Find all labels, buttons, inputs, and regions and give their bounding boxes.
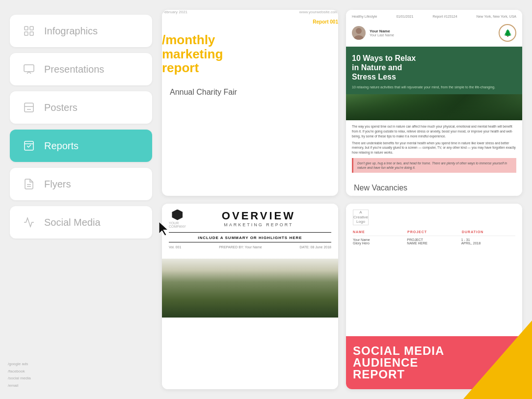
card1-report-label: Report 001: [313, 19, 338, 25]
card3-vol: Vol. 001: [169, 245, 181, 249]
card4-logo-box: ACreativeLogo: [353, 210, 369, 225]
card2-label: New Vacancies: [346, 177, 522, 196]
card1-title: /monthly marketing report: [162, 33, 338, 75]
card4-col-name: NAME: [353, 230, 406, 234]
card-monthly-marketing[interactable]: February 2021 www.yourwebsite.com YourLo…: [162, 10, 338, 196]
card1-preview: February 2021 www.yourwebsite.com YourLo…: [162, 10, 338, 81]
flyers-icon: [22, 177, 36, 191]
card3-include: INCLUDE A SUMMARY OR HIGHLIGHTS HERE: [169, 236, 331, 240]
card4-logo-area: ACreativeLogo: [353, 210, 515, 225]
card2-location: New York, New York, USA: [477, 15, 516, 18]
card2-header-section: Your Name Your Last Name 🌲: [346, 21, 522, 47]
infographics-icon: [22, 24, 36, 38]
card2-avatar: [352, 26, 366, 40]
card3-forest-image: [162, 259, 338, 318]
card-new-vacancies[interactable]: Healthy Lifestyle 01/01/2021 Report #123…: [346, 10, 522, 196]
card3-logo-area: YOURCOMPANY: [169, 210, 186, 228]
card3-prepared: PREPARED BY: Your Name: [219, 245, 262, 249]
card3-divider: [169, 232, 331, 233]
card3-date: DATE: 08 June 2018: [300, 245, 331, 249]
card3-yourlogo: YOURCOMPANY: [169, 221, 186, 228]
card2-tree-icon: 🌲: [499, 24, 516, 42]
card1-header: February 2021 www.yourwebsite.com: [162, 10, 338, 14]
sidebar-item-posters[interactable]: Posters: [10, 91, 152, 124]
card2-preview: Healthy Lifestyle 01/01/2021 Report #123…: [346, 10, 522, 177]
sidebar-item-reports[interactable]: Reports: [10, 130, 152, 162]
svg-rect-5: [25, 103, 33, 112]
social-media-icon: [22, 215, 36, 230]
sidebar-item-flyers-label: Flyers: [44, 179, 71, 190]
card2-reportnum: Report #123124: [432, 15, 457, 18]
card2-date: 01/01/2021: [396, 15, 413, 18]
card2-text2: There are undeniable benefits for your m…: [352, 141, 516, 155]
card3-inner: YOURCOMPANY OVERVIEW MARKETING REPORT IN…: [162, 204, 338, 259]
card2-top: Healthy Lifestyle 01/01/2021 Report #123…: [346, 10, 522, 21]
card3-divider2: [169, 242, 331, 242]
sidebar-item-presentations-label: Presentations: [44, 64, 104, 75]
card2-brand: Healthy Lifestyle: [352, 15, 377, 18]
reports-icon: [22, 138, 36, 153]
card1-label: Annual Charity Fair: [162, 81, 338, 104]
sidebar-item-flyers[interactable]: Flyers: [10, 168, 152, 200]
card2-green-title: 10 Ways to Relax in Nature and Stress Le…: [352, 53, 516, 82]
presentations-icon: [22, 62, 36, 77]
sidebar: Infographics Presentations Posters: [10, 10, 152, 389]
sidebar-item-infographics[interactable]: Infographics: [10, 15, 152, 47]
svg-point-12: [354, 35, 364, 40]
card2-text1: The way you spend time out in nature can…: [352, 124, 516, 138]
card4-duration-val: 1 - 31 APRIL, 2018: [461, 238, 515, 245]
svg-rect-1: [30, 27, 33, 30]
card4-col-duration: DURATION: [462, 230, 515, 234]
card4-name-row: Your Name Glory Hero PROJECT NAME HERE 1…: [353, 238, 515, 245]
card3-title-block: OVERVIEW MARKETING REPORT: [186, 210, 331, 227]
card3-meta-row: Vol. 001 PREPARED BY: Your Name DATE: 08…: [169, 245, 331, 249]
card4-project-val: PROJECT NAME HERE: [407, 238, 461, 245]
content-grid: February 2021 www.yourwebsite.com YourLo…: [162, 10, 522, 389]
card-overview[interactable]: YOURCOMPANY OVERVIEW MARKETING REPORT IN…: [162, 204, 338, 390]
svg-rect-0: [25, 27, 28, 30]
card1-date: February 2021: [162, 10, 187, 14]
card3-preview: YOURCOMPANY OVERVIEW MARKETING REPORT IN…: [162, 204, 338, 390]
card2-text-section: The way you spend time out in nature can…: [346, 120, 522, 177]
main-container: Infographics Presentations Posters: [0, 0, 532, 399]
card2-name: Your Name: [370, 29, 394, 33]
card4-name-val: Your Name Glory Hero: [353, 238, 407, 245]
svg-rect-7: [25, 141, 33, 150]
sidebar-item-social-media-label: Social Media: [44, 217, 101, 228]
svg-point-11: [356, 28, 362, 34]
sidebar-item-posters-label: Posters: [44, 102, 78, 113]
card1-logo: YourLogo: [162, 18, 192, 25]
svg-rect-2: [25, 32, 28, 35]
card4-top: ACreativeLogo NAME PROJECT DURATION Your…: [346, 204, 522, 337]
sidebar-item-presentations[interactable]: Presentations: [10, 53, 152, 85]
card2-pink-quote: Don't give up, hug a tree or two, and he…: [352, 158, 516, 173]
card3-top-row: YOURCOMPANY OVERVIEW MARKETING REPORT: [169, 210, 331, 228]
card2-green-section: 10 Ways to Relax in Nature and Stress Le…: [346, 47, 522, 94]
card2-forest-image: [346, 94, 522, 120]
svg-rect-4: [24, 65, 34, 72]
card2-green-sub: 10 relaxing nature activities that will …: [352, 85, 516, 90]
sidebar-item-social-media[interactable]: Social Media: [10, 206, 152, 239]
card2-lastname: Your Last Name: [370, 33, 394, 37]
card4-header-row: NAME PROJECT DURATION: [353, 230, 515, 236]
posters-icon: [22, 100, 36, 115]
card1-logo-row: YourLogo Report 001: [162, 18, 338, 25]
card1-url: www.yourwebsite.com: [299, 10, 338, 14]
sidebar-item-infographics-label: Infographics: [44, 26, 98, 37]
card4-col-project: PROJECT: [407, 230, 461, 234]
card2-name-block: Your Name Your Last Name: [370, 29, 394, 37]
sidebar-item-reports-label: Reports: [44, 140, 79, 152]
card3-subtitle: MARKETING REPORT: [191, 222, 326, 227]
card3-hex: [172, 210, 183, 220]
card3-title-big: OVERVIEW: [191, 210, 326, 222]
svg-rect-3: [30, 32, 33, 35]
